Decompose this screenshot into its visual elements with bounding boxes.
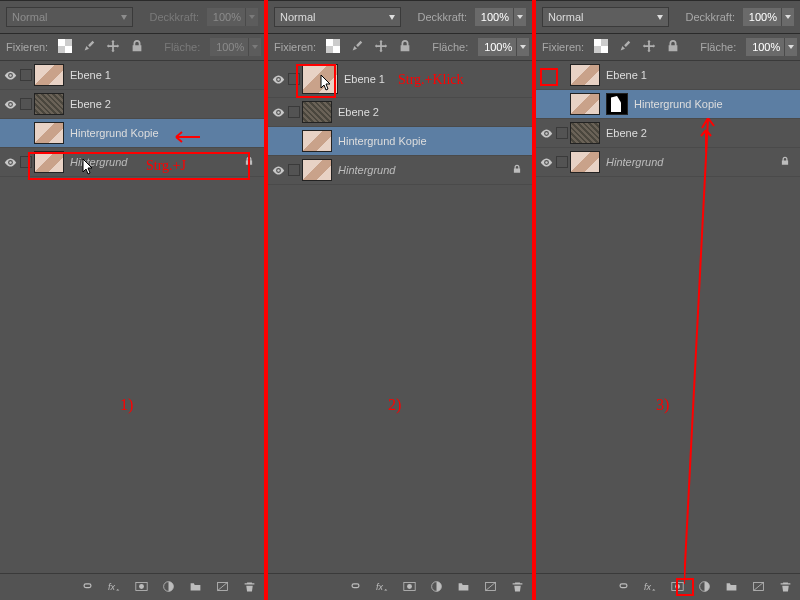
- layer-thumbnail[interactable]: [34, 93, 64, 115]
- adjust-icon[interactable]: [698, 580, 711, 595]
- layer-thumbnail[interactable]: [34, 64, 64, 86]
- blend-mode-select[interactable]: Normal: [274, 7, 401, 27]
- layer-name[interactable]: Ebene 1: [344, 73, 385, 85]
- layer-name[interactable]: Hintergrund: [606, 156, 663, 168]
- lock-all-icon[interactable]: [398, 39, 412, 55]
- opacity-label: Deckkraft:: [417, 11, 467, 23]
- layer-row[interactable]: Ebene 2: [0, 90, 264, 119]
- visibility-toggle[interactable]: [0, 156, 20, 169]
- new-icon[interactable]: [216, 580, 229, 595]
- link-slot: [20, 156, 32, 168]
- lock-bar: Fixieren: Fläche: 100%: [0, 34, 264, 61]
- link-icon[interactable]: [617, 580, 630, 595]
- layer-mask-thumbnail[interactable]: [606, 93, 628, 115]
- new-icon[interactable]: [484, 580, 497, 595]
- layer-name[interactable]: Hintergrund: [70, 156, 127, 168]
- lock-pixels-icon[interactable]: [82, 39, 96, 55]
- lock-transparency-icon[interactable]: [594, 39, 608, 55]
- layer-thumbnail[interactable]: [34, 151, 64, 173]
- layer-thumbnail[interactable]: [570, 93, 600, 115]
- lock-position-icon[interactable]: [106, 39, 120, 55]
- layer-name[interactable]: Ebene 2: [338, 106, 379, 118]
- visibility-toggle[interactable]: [268, 73, 288, 86]
- lock-all-icon[interactable]: [666, 39, 680, 55]
- fx-icon[interactable]: fx: [644, 580, 657, 595]
- layer-thumbnail[interactable]: [570, 64, 600, 86]
- link-slot: [288, 164, 300, 176]
- new-icon[interactable]: [752, 580, 765, 595]
- layer-row[interactable]: Hintergrund: [536, 148, 800, 177]
- visibility-toggle[interactable]: [0, 98, 20, 111]
- svg-rect-24: [601, 46, 608, 53]
- link-slot: [556, 156, 568, 168]
- link-icon[interactable]: [81, 580, 94, 595]
- fill-field[interactable]: 100%: [478, 38, 529, 56]
- fill-field[interactable]: 100%: [746, 38, 797, 56]
- layer-name[interactable]: Hintergrund Kopie: [338, 135, 427, 147]
- trash-icon[interactable]: [779, 580, 792, 595]
- layer-name[interactable]: Hintergrund Kopie: [634, 98, 723, 110]
- layers-footer: fx: [268, 573, 532, 600]
- svg-text:fx: fx: [376, 581, 383, 591]
- layer-row[interactable]: Ebene 1: [536, 61, 800, 90]
- mask-icon[interactable]: [135, 580, 148, 595]
- group-icon[interactable]: [725, 580, 738, 595]
- fill-field[interactable]: 100%: [210, 38, 261, 56]
- layer-row[interactable]: Hintergrund: [0, 148, 264, 177]
- layer-thumbnail[interactable]: [302, 101, 332, 123]
- layer-name[interactable]: Hintergrund Kopie: [70, 127, 159, 139]
- layer-row[interactable]: Ebene 2: [268, 98, 532, 127]
- opacity-field[interactable]: 100%: [207, 8, 258, 26]
- layer-row[interactable]: Hintergrund Kopie: [268, 127, 532, 156]
- layer-row[interactable]: Ebene 1: [268, 61, 532, 98]
- layer-thumbnail[interactable]: [570, 151, 600, 173]
- layer-name[interactable]: Ebene 1: [70, 69, 111, 81]
- layer-name[interactable]: Ebene 2: [70, 98, 111, 110]
- blend-mode-select[interactable]: Normal: [6, 7, 133, 27]
- layer-thumbnail[interactable]: [302, 130, 332, 152]
- group-icon[interactable]: [457, 580, 470, 595]
- layer-row[interactable]: Hintergrund Kopie: [0, 119, 264, 148]
- trash-icon[interactable]: [243, 580, 256, 595]
- visibility-toggle[interactable]: [536, 156, 556, 169]
- visibility-toggle[interactable]: [536, 127, 556, 140]
- layer-row[interactable]: Ebene 1: [0, 61, 264, 90]
- lock-transparency-icon[interactable]: [326, 39, 340, 55]
- opacity-field[interactable]: 100%: [475, 8, 526, 26]
- svg-point-26: [545, 161, 547, 163]
- layer-row[interactable]: Hintergrund: [268, 156, 532, 185]
- blend-mode-select[interactable]: Normal: [542, 7, 669, 27]
- layer-thumbnail[interactable]: [302, 159, 332, 181]
- lock-all-icon[interactable]: [130, 39, 144, 55]
- adjust-icon[interactable]: [162, 580, 175, 595]
- group-icon[interactable]: [189, 580, 202, 595]
- lock-position-icon[interactable]: [642, 39, 656, 55]
- layer-name[interactable]: Ebene 1: [606, 69, 647, 81]
- fill-label: Fläche:: [164, 41, 200, 53]
- layer-thumbnail[interactable]: [570, 122, 600, 144]
- mask-icon[interactable]: [403, 580, 416, 595]
- trash-icon[interactable]: [511, 580, 524, 595]
- layer-name[interactable]: Hintergrund: [338, 164, 395, 176]
- layer-row[interactable]: Ebene 2: [536, 119, 800, 148]
- mask-icon[interactable]: [671, 580, 684, 595]
- layer-row[interactable]: Hintergrund Kopie: [536, 90, 800, 119]
- layers-panel: Normal Deckkraft: 100% Fixieren: Fläche:…: [536, 0, 800, 600]
- fx-icon[interactable]: fx: [108, 580, 121, 595]
- lock-position-icon[interactable]: [374, 39, 388, 55]
- adjust-icon[interactable]: [430, 580, 443, 595]
- layer-thumbnail[interactable]: [302, 64, 338, 94]
- layer-thumbnail[interactable]: [34, 122, 64, 144]
- link-icon[interactable]: [349, 580, 362, 595]
- lock-transparency-icon[interactable]: [58, 39, 72, 55]
- fx-icon[interactable]: fx: [376, 580, 389, 595]
- lock-pixels-icon[interactable]: [618, 39, 632, 55]
- link-slot: [288, 73, 300, 85]
- visibility-toggle[interactable]: [0, 69, 20, 82]
- opacity-field[interactable]: 100%: [743, 8, 794, 26]
- visibility-toggle[interactable]: [268, 106, 288, 119]
- visibility-toggle[interactable]: [268, 164, 288, 177]
- layer-name[interactable]: Ebene 2: [606, 127, 647, 139]
- lock-pixels-icon[interactable]: [350, 39, 364, 55]
- blend-mode-label: Normal: [280, 11, 315, 23]
